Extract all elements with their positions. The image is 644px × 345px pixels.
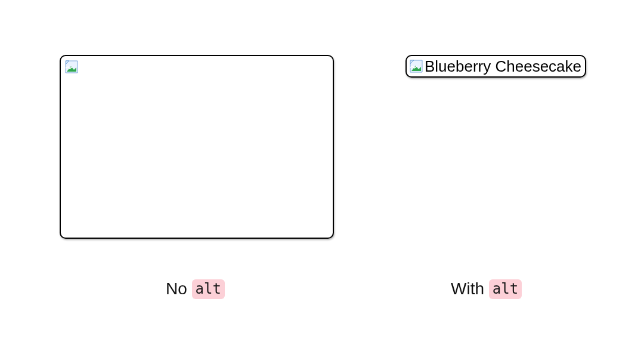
- broken-image-icon: [409, 59, 423, 73]
- code-alt: alt: [192, 279, 225, 299]
- code-alt: alt: [489, 279, 522, 299]
- example-canvas: Blueberry Cheesecake No alt With alt: [0, 0, 644, 345]
- alt-text: Blueberry Cheesecake: [425, 58, 581, 74]
- caption-prefix: With: [451, 279, 489, 298]
- caption-with-alt: With alt: [451, 279, 522, 298]
- caption-no-alt: No alt: [166, 279, 225, 298]
- broken-image-icon: [64, 60, 79, 74]
- caption-prefix: No: [166, 279, 192, 298]
- broken-image-with-alt: Blueberry Cheesecake: [405, 55, 586, 78]
- broken-image-no-alt: [60, 55, 334, 239]
